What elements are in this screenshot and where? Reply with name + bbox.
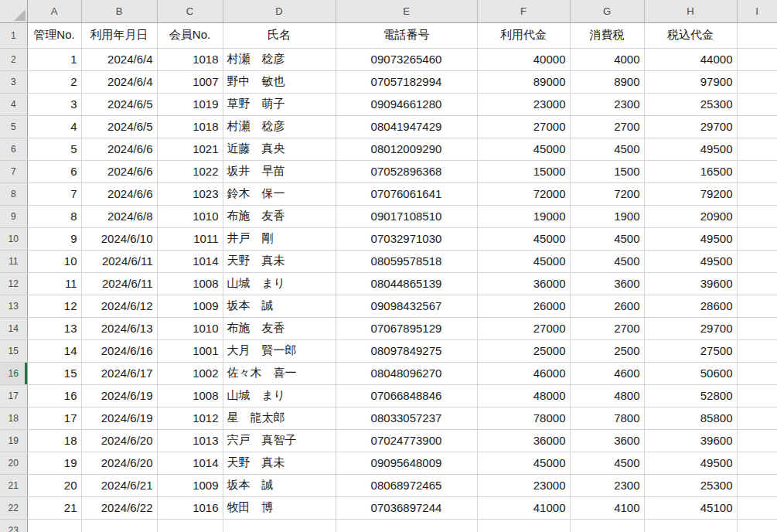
row-header-9[interactable]: 9 [0, 205, 27, 227]
row-header-20[interactable]: 20 [0, 452, 27, 474]
cell-G7[interactable]: 1500 [570, 160, 644, 182]
cell-E2[interactable]: 09073265460 [336, 48, 477, 70]
cell-D2[interactable]: 村瀬 稔彦 [223, 48, 336, 70]
cell-B13[interactable]: 2024/6/12 [81, 295, 157, 317]
cell-A13[interactable]: 12 [27, 295, 81, 317]
cell-C14[interactable]: 1010 [157, 317, 223, 339]
cell-I14[interactable] [737, 317, 777, 339]
cell-G15[interactable]: 2500 [570, 339, 644, 362]
cell-H13[interactable]: 28600 [644, 295, 737, 317]
cell-C6[interactable]: 1021 [157, 138, 223, 160]
cell-G22[interactable]: 4100 [570, 496, 644, 519]
cell-D4[interactable]: 草野 萌子 [223, 93, 336, 115]
cell-F19[interactable]: 36000 [477, 429, 570, 452]
cell-E16[interactable]: 08048096270 [336, 362, 477, 384]
column-header-G[interactable]: G [570, 0, 644, 22]
cell-H7[interactable]: 16500 [644, 160, 737, 182]
cell-C19[interactable]: 1013 [157, 429, 223, 452]
cell-B20[interactable]: 2024/6/20 [81, 452, 157, 474]
cell-A3[interactable]: 2 [27, 70, 81, 93]
cell-E21[interactable]: 08068972465 [336, 474, 477, 496]
cell-F12[interactable]: 36000 [477, 272, 570, 295]
column-header-A[interactable]: A [27, 0, 81, 22]
cell-E23[interactable] [336, 519, 477, 532]
cell-H8[interactable]: 79200 [644, 182, 737, 205]
cell-D9[interactable]: 布施 友香 [223, 205, 336, 227]
cell-F16[interactable]: 46000 [477, 362, 570, 384]
cell-D3[interactable]: 野中 敏也 [223, 70, 336, 93]
row-header-15[interactable]: 15 [0, 339, 27, 362]
cell-E9[interactable]: 09017108510 [336, 205, 477, 227]
cell-I2[interactable] [737, 48, 777, 70]
cell-E22[interactable]: 07036897244 [336, 496, 477, 519]
cell-G3[interactable]: 8900 [570, 70, 644, 93]
cell-I12[interactable] [737, 272, 777, 295]
cell-D10[interactable]: 井戸 剛 [223, 227, 336, 250]
cell-A6[interactable]: 5 [27, 138, 81, 160]
cell-A17[interactable]: 16 [27, 384, 81, 407]
cell-H11[interactable]: 49500 [644, 250, 737, 272]
row-header-4[interactable]: 4 [0, 93, 27, 115]
cell-E5[interactable]: 08041947429 [336, 115, 477, 138]
cell-F9[interactable]: 19000 [477, 205, 570, 227]
cell-D7[interactable]: 坂井 早苗 [223, 160, 336, 182]
row-header-22[interactable]: 22 [0, 496, 27, 519]
row-header-12[interactable]: 12 [0, 272, 27, 295]
cell-A19[interactable]: 18 [27, 429, 81, 452]
cell-H19[interactable]: 39600 [644, 429, 737, 452]
cell-A2[interactable]: 1 [27, 48, 81, 70]
cell-F17[interactable]: 48000 [477, 384, 570, 407]
cell-I23[interactable] [737, 519, 777, 532]
column-header-E[interactable]: E [336, 0, 477, 22]
row-header-16[interactable]: 16 [0, 362, 27, 384]
cell-B6[interactable]: 2024/6/6 [81, 138, 157, 160]
column-header-I[interactable]: I [737, 0, 777, 22]
cell-D21[interactable]: 坂本 誠 [223, 474, 336, 496]
cell-B21[interactable]: 2024/6/21 [81, 474, 157, 496]
cell-D11[interactable]: 天野 真未 [223, 250, 336, 272]
cell-G11[interactable]: 4500 [570, 250, 644, 272]
cell-E7[interactable]: 07052896368 [336, 160, 477, 182]
row-header-3[interactable]: 3 [0, 70, 27, 93]
cell-A5[interactable]: 4 [27, 115, 81, 138]
row-header-11[interactable]: 11 [0, 250, 27, 272]
row-header-13[interactable]: 13 [0, 295, 27, 317]
row-header-1[interactable]: 1 [0, 22, 27, 48]
cell-E4[interactable]: 09094661280 [336, 93, 477, 115]
cell-H23[interactable] [644, 519, 737, 532]
cell-B10[interactable]: 2024/6/10 [81, 227, 157, 250]
cell-A7[interactable]: 6 [27, 160, 81, 182]
row-header-17[interactable]: 17 [0, 384, 27, 407]
cell-I13[interactable] [737, 295, 777, 317]
cell-G12[interactable]: 3600 [570, 272, 644, 295]
cell-C18[interactable]: 1012 [157, 407, 223, 429]
cell-C23[interactable] [157, 519, 223, 532]
cell-D13[interactable]: 坂本 誠 [223, 295, 336, 317]
cell-B3[interactable]: 2024/6/4 [81, 70, 157, 93]
cell-E6[interactable]: 08012009290 [336, 138, 477, 160]
cell-C15[interactable]: 1001 [157, 339, 223, 362]
cell-C3[interactable]: 1007 [157, 70, 223, 93]
row-header-18[interactable]: 18 [0, 407, 27, 429]
cell-F21[interactable]: 23000 [477, 474, 570, 496]
cell-H10[interactable]: 49500 [644, 227, 737, 250]
cell-A4[interactable]: 3 [27, 93, 81, 115]
cell-A23[interactable] [27, 519, 81, 532]
cell-I19[interactable] [737, 429, 777, 452]
row-header-14[interactable]: 14 [0, 317, 27, 339]
cell-B4[interactable]: 2024/6/5 [81, 93, 157, 115]
cell-I20[interactable] [737, 452, 777, 474]
cell-D20[interactable]: 天野 真未 [223, 452, 336, 474]
cell-D16[interactable]: 佐々木 喜一 [223, 362, 336, 384]
cell-C20[interactable]: 1014 [157, 452, 223, 474]
cell-F10[interactable]: 45000 [477, 227, 570, 250]
cell-F14[interactable]: 27000 [477, 317, 570, 339]
cell-E3[interactable]: 07057182994 [336, 70, 477, 93]
cell-B17[interactable]: 2024/6/19 [81, 384, 157, 407]
cell-C4[interactable]: 1019 [157, 93, 223, 115]
cell-E18[interactable]: 08033057237 [336, 407, 477, 429]
cell-B14[interactable]: 2024/6/13 [81, 317, 157, 339]
cell-I16[interactable] [737, 362, 777, 384]
cell-F2[interactable]: 40000 [477, 48, 570, 70]
cell-C8[interactable]: 1023 [157, 182, 223, 205]
